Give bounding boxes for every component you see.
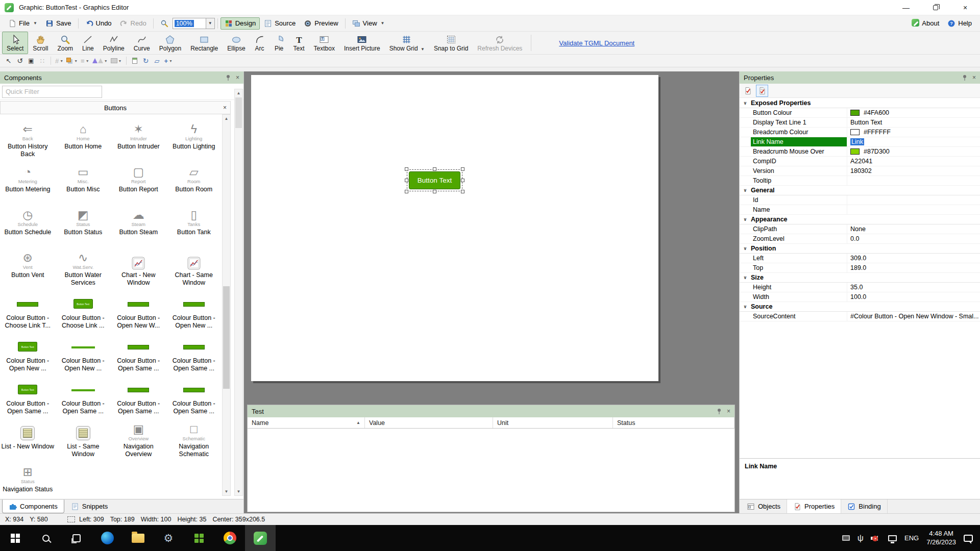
pin-icon[interactable] xyxy=(962,74,968,81)
scrollbar-thumb[interactable] xyxy=(223,286,230,389)
zoom-tool-button[interactable] xyxy=(156,17,173,30)
component-item[interactable]: Colour Button - Open Same ... xyxy=(166,332,222,374)
resize-handle[interactable] xyxy=(433,167,436,171)
refresh-devices-tool-button[interactable]: Refresh Devices xyxy=(473,32,527,54)
property-group-position[interactable]: ∨Position xyxy=(740,244,980,254)
close-icon[interactable]: × xyxy=(236,74,239,81)
property-group-size[interactable]: ∨Size xyxy=(740,273,980,283)
hidden-icons-tray[interactable] xyxy=(842,535,850,541)
resize-handle[interactable] xyxy=(405,190,408,193)
arrange-button[interactable]: ▼ xyxy=(65,56,79,66)
taskbar-search-button[interactable] xyxy=(31,525,61,551)
component-item[interactable]: ◔MeteringButton Metering xyxy=(0,160,56,203)
polyline-tool-button[interactable]: Polyline xyxy=(99,32,129,54)
test-column-status[interactable]: Status xyxy=(613,417,734,428)
rectangle-tool-button[interactable]: Rectangle xyxy=(186,32,223,54)
component-item[interactable]: List - Same Window xyxy=(56,417,111,460)
pie-tool-button[interactable]: Pie xyxy=(270,32,289,54)
component-item[interactable]: □SchematicNavigation Schematic xyxy=(166,417,222,460)
selection-marquee[interactable]: Button Text xyxy=(409,171,460,189)
taskbar-task-view-button[interactable] xyxy=(61,525,92,551)
property-row-tooltip[interactable]: Tooltip xyxy=(740,176,980,186)
scroll-up-icon[interactable]: ▲ xyxy=(235,89,242,97)
component-item[interactable]: Colour Button - Open Same ... xyxy=(111,374,166,417)
component-item[interactable]: Colour Button - Open Same ... xyxy=(56,374,111,417)
property-row-name[interactable]: Name xyxy=(740,205,980,215)
quick-filter-input[interactable] xyxy=(2,86,102,98)
resize-handle[interactable] xyxy=(405,167,408,171)
property-value[interactable]: 180302 xyxy=(847,166,980,176)
language-indicator[interactable]: ENG xyxy=(904,534,919,542)
scrollbar-thumb[interactable] xyxy=(235,97,242,128)
property-group-source[interactable]: ∨Source xyxy=(740,302,980,312)
minimize-button[interactable]: — xyxy=(891,0,921,15)
zoom-dropdown-icon[interactable]: ▼ xyxy=(206,18,215,29)
test-column-value[interactable]: Value xyxy=(365,417,493,428)
close-icon[interactable]: × xyxy=(223,104,227,111)
property-row-compid[interactable]: CompIDA22041 xyxy=(740,157,980,166)
property-row-clippath[interactable]: ClipPathNone xyxy=(740,224,980,234)
curve-tool-button[interactable]: Curve xyxy=(129,32,155,54)
property-row-sourcecontent[interactable]: SourceContent#Colour Button - Open New W… xyxy=(740,312,980,321)
test-column-name[interactable]: Name▲ xyxy=(248,417,365,428)
property-value[interactable]: Button Text xyxy=(847,118,980,127)
property-row-id[interactable]: Id xyxy=(740,195,980,205)
component-item[interactable]: ◷ScheduleButton Schedule xyxy=(0,203,56,246)
component-item[interactable]: Button TextColour Button - Open Same ... xyxy=(0,374,56,417)
align-button[interactable]: ≡▼ xyxy=(80,56,90,66)
property-value[interactable]: 0.0 xyxy=(847,234,980,243)
edit-points-button[interactable]: ↖ xyxy=(4,56,14,66)
resize-handle[interactable] xyxy=(461,179,464,182)
buttons-group-header[interactable]: Buttons × xyxy=(0,101,231,114)
clock[interactable]: 4:48 AM 7/26/2023 xyxy=(926,530,956,547)
close-icon[interactable]: × xyxy=(972,74,976,81)
property-value[interactable]: 100.0 xyxy=(847,292,980,302)
property-value[interactable]: #Colour Button - Open New Window - Smal.… xyxy=(847,312,980,321)
rotate-button[interactable]: ↺ xyxy=(15,56,25,66)
ellipse-tool-button[interactable]: Ellipse xyxy=(223,32,250,54)
color-swatch[interactable] xyxy=(850,110,860,116)
property-row-button-colour[interactable]: Button Colour#4FA600 xyxy=(740,108,980,118)
component-item[interactable]: ☁SteamButton Steam xyxy=(111,203,166,246)
taskbar-file-explorer-button[interactable] xyxy=(122,525,153,551)
panel-scrollbar[interactable]: ▲ ▼ xyxy=(234,89,243,496)
property-value[interactable]: #87D300 xyxy=(847,147,980,156)
redo-button[interactable]: Redo xyxy=(116,17,151,30)
polygon-tool-button[interactable]: Polygon xyxy=(155,32,186,54)
property-row-top[interactable]: Top189.0 xyxy=(740,263,980,273)
property-row-display-text-line-1[interactable]: Display Text Line 1Button Text xyxy=(740,118,980,128)
test-column-unit[interactable]: Unit xyxy=(493,417,613,428)
property-row-left[interactable]: Left309.0 xyxy=(740,254,980,263)
tab-components[interactable]: Components xyxy=(2,499,64,513)
property-row-version[interactable]: Version180302 xyxy=(740,166,980,176)
component-item[interactable]: Colour Button - Open Same ... xyxy=(111,332,166,374)
design-button[interactable]: Design xyxy=(220,17,260,30)
component-item[interactable]: ⊛VentButton Vent xyxy=(0,246,56,289)
scroll-down-icon[interactable]: ▼ xyxy=(223,488,230,495)
image-adjust-button[interactable]: ▼ xyxy=(110,56,123,66)
shear-button[interactable]: ▱ xyxy=(152,56,162,66)
group-scrollbar[interactable]: ▲ ▼ xyxy=(222,114,231,496)
component-item[interactable]: ⌂HomeButton Home xyxy=(56,117,111,160)
arc-tool-button[interactable]: Arc xyxy=(250,32,270,54)
property-row-breadcrumb-colour[interactable]: Breadcrumb Colour#FFFFFF xyxy=(740,128,980,137)
validate-tgml-link[interactable]: Validate TGML Document xyxy=(559,39,634,47)
property-value[interactable]: 35.0 xyxy=(847,283,980,292)
group-button[interactable]: ▣ xyxy=(26,56,36,66)
maximize-button[interactable] xyxy=(921,0,950,15)
tab-snippets[interactable]: Snippets xyxy=(64,499,115,513)
component-item[interactable]: Colour Button - Open New ... xyxy=(56,332,111,374)
flip-button[interactable]: ▼ xyxy=(91,56,109,66)
grid-options-button[interactable]: #▼ xyxy=(54,56,64,66)
textbox-tool-button[interactable]: TTextbox xyxy=(309,32,339,54)
scroll-up-icon[interactable]: ▲ xyxy=(223,115,230,122)
resize-handle[interactable] xyxy=(461,190,464,193)
insert-picture-tool-button[interactable]: Insert Picture xyxy=(339,32,385,54)
transform-button[interactable]: +▼ xyxy=(163,56,174,66)
resize-handle[interactable] xyxy=(461,167,464,171)
ungroup-button[interactable]: ∷ xyxy=(37,56,47,66)
component-item[interactable]: Button TextColour Button - Open New ... xyxy=(0,332,56,374)
component-item[interactable]: ⊞StatusNavigation Status xyxy=(0,460,56,496)
help-button[interactable]: ?Help xyxy=(943,17,976,30)
paste-special-button[interactable] xyxy=(130,56,140,66)
